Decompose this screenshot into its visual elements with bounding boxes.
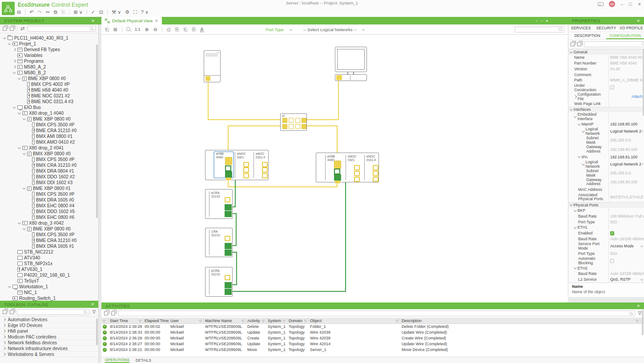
column-header[interactable]: Object▽ <box>309 318 400 323</box>
tree-item[interactable]: BME XBP 0800 #0 <box>0 116 98 122</box>
activities-scrollbar[interactable] <box>642 310 644 335</box>
module-port-go[interactable] <box>225 165 231 171</box>
property-row[interactable]: Baud RateAuto 10/100 Mbits/sec <box>568 236 644 242</box>
network-switch-device[interactable]: ⇄ <box>280 113 307 131</box>
system-project-close-icon[interactable]: ✕ <box>91 19 95 23</box>
switch-port[interactable] <box>295 124 300 129</box>
module-port-gf[interactable] <box>225 211 232 217</box>
checkbox[interactable]: ✓ <box>610 231 614 235</box>
view-search-input[interactable] <box>517 27 557 32</box>
module-port-gf[interactable] <box>225 289 232 295</box>
module-port-yo[interactable] <box>225 236 230 241</box>
collapse-all-icon[interactable] <box>3 27 7 31</box>
close-button[interactable]: ✕ <box>638 2 641 7</box>
rack-device[interactable]: CRA31210 <box>205 228 233 257</box>
column-header[interactable]: Activity▽ <box>246 318 266 323</box>
text-tool-icon[interactable]: A <box>200 27 203 32</box>
maximize-button[interactable]: ▢ <box>628 2 632 6</box>
property-row[interactable]: Logical NetworkLogical Network 2 <box>568 127 644 136</box>
property-row[interactable]: Automatic Blocking <box>568 256 644 265</box>
tree-item[interactable]: P4020_192_168_60_1 <box>0 272 98 278</box>
property-row[interactable]: Service Port ModeAccess Mode <box>568 242 644 250</box>
property-row[interactable]: BKP <box>568 208 644 214</box>
expand-chevron-icon[interactable] <box>22 153 26 154</box>
properties-search-input[interactable] <box>586 41 640 47</box>
tree-item[interactable]: Workstation_1 <box>0 284 98 290</box>
module-port-yo[interactable] <box>373 165 378 170</box>
properties-close-icon[interactable]: ✕ <box>636 19 640 23</box>
logical-networks-dropdown[interactable]: -- Select Logical Networks -- <box>303 27 364 32</box>
property-row[interactable]: Associated Physical PortsBKP,ETH1,ETH2,E… <box>568 193 644 202</box>
expand-all-icon[interactable] <box>111 311 115 315</box>
tree-item[interactable]: M580_B_2 <box>0 70 98 76</box>
module-port-yo[interactable] <box>262 162 268 167</box>
property-row[interactable]: Under Construction <box>568 83 644 92</box>
property-row[interactable]: Gateway Address192.168.80.100 <box>568 177 644 187</box>
tree-search-input[interactable] <box>30 26 88 32</box>
rack-device[interactable]: eCRA31210 <box>205 267 233 297</box>
tree-item[interactable]: X80 drop_2 #041 <box>0 145 98 151</box>
tree-item[interactable]: M580_A_2 <box>0 64 98 70</box>
activity-row[interactable]: ✓8/14/2024 2:38:27 PM00:00:00MickaëlWTFR… <box>101 341 644 347</box>
toolbox-category[interactable]: Network fieldbus devices <box>0 340 98 346</box>
property-row[interactable]: PathM580_A_2\BME XBP 0800 <box>568 77 644 83</box>
module-port-yo[interactable] <box>243 167 249 173</box>
switch-port[interactable] <box>295 118 300 123</box>
export-down-icon[interactable]: ⎘ <box>192 27 196 32</box>
feedback-icon[interactable] <box>598 2 604 6</box>
column-header[interactable]: Start Time▽ <box>109 318 143 323</box>
chevron-down-icon[interactable] <box>640 278 643 281</box>
property-row[interactable]: MainIP192.168.80.100 <box>568 121 644 127</box>
filter-icon[interactable]: ▽ <box>283 319 286 323</box>
screen-icon[interactable]: ⊡ <box>99 9 103 15</box>
next-tab-icon[interactable]: › <box>541 19 542 23</box>
tree-item[interactable]: BMX DRA 1605 #0 <box>0 197 98 203</box>
tree-item[interactable]: TeSysT <box>0 278 98 284</box>
undo-icon[interactable]: ↶ <box>29 9 33 15</box>
module-port-yo[interactable] <box>373 177 378 182</box>
property-row[interactable]: L2 ServiceQoS, RSTP <box>568 277 644 282</box>
tree-item[interactable]: X80 drop_1 #040 <box>0 110 98 116</box>
column-header[interactable]: Machine Name▽ <box>204 318 246 323</box>
switch-port[interactable] <box>302 124 306 129</box>
activity-row[interactable]: ✓8/14/2024 2:38:29 PM00:00:00MickaëlWTFR… <box>101 335 644 341</box>
workstation-system-unit[interactable] <box>335 74 367 81</box>
tree-item[interactable]: BMX AMO 0410 #2 <box>0 139 98 145</box>
property-row[interactable]: Port TypeDIO <box>568 250 644 256</box>
column-header[interactable]: User▽ <box>169 318 204 323</box>
chevron-down-icon[interactable] <box>640 245 643 248</box>
tree-item[interactable]: BMX CRA 31210 #0 <box>0 162 98 168</box>
workstation-monitor[interactable] <box>335 47 367 72</box>
tree-item[interactable]: BMX CPS 3500 #P <box>0 157 98 162</box>
filter-icon[interactable]: ∇ <box>638 311 641 316</box>
tree-item[interactable]: Programs <box>0 58 98 64</box>
property-row[interactable]: Embedded Interface <box>568 112 644 121</box>
checkbox[interactable] <box>610 259 614 263</box>
expand-chevron-icon[interactable] <box>22 188 26 189</box>
tab-description[interactable]: DESCRIPTION <box>568 33 606 38</box>
property-section[interactable]: Physical Ports <box>568 202 644 208</box>
paste-icon[interactable]: ⎘ <box>61 9 65 15</box>
port-type-dropdown[interactable]: Port Type <box>266 27 292 32</box>
property-row[interactable]: Gateway Address192.168.80.100 <box>568 145 644 154</box>
toolbox-category[interactable]: Edge I/O Devices <box>0 323 98 328</box>
property-row[interactable]: Port TypeDIO <box>568 219 644 225</box>
layout-icon[interactable]: ⊞ ∨ <box>74 9 83 15</box>
collapse-all-icon[interactable] <box>3 310 7 314</box>
rack-device[interactable]: eH584040eNOC0321eNOC0311.4 <box>316 153 379 182</box>
physical-view-canvas[interactable]: ⇄ eH584040eNOC0321eNOC0311.4eH584040eNOC… <box>101 35 568 302</box>
expand-all-icon[interactable] <box>577 42 581 46</box>
switch-port[interactable] <box>289 118 294 123</box>
zoom-100-button[interactable]: 1:1 <box>135 27 141 32</box>
tree-item[interactable]: BME CRA 31210 #0 <box>0 128 98 133</box>
ethernet-wire-yellow[interactable] <box>307 80 338 120</box>
activity-row[interactable]: ✓8/14/2024 2:38:33 PM00:00:00MickaëlWTFR… <box>101 330 644 335</box>
property-section[interactable]: Interfaces <box>568 107 644 113</box>
toolbox-close-icon[interactable]: ✕ <box>91 302 94 307</box>
tab-list-dropdown-icon[interactable]: ▾ <box>546 19 548 23</box>
expand-chevron-icon[interactable] <box>12 66 16 68</box>
property-row[interactable]: Comment <box>568 72 644 77</box>
tree-item[interactable]: BMX DDI 1602 #3 <box>0 180 98 186</box>
switch-port[interactable] <box>289 124 294 129</box>
property-row[interactable]: Subnet Mask255.255.0.0 <box>568 136 644 145</box>
